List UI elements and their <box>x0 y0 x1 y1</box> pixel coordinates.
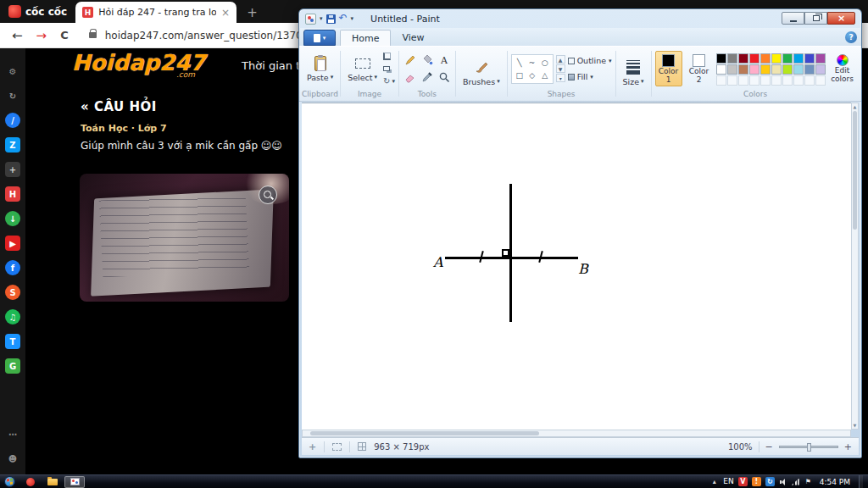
palette-swatch-empty[interactable] <box>793 75 804 86</box>
horizontal-scrollbar[interactable] <box>302 430 851 437</box>
tab-view[interactable]: View <box>391 30 435 46</box>
palette-swatch[interactable] <box>782 53 793 64</box>
fill-dropdown[interactable]: Fill ▾ <box>568 70 612 83</box>
downloads-icon[interactable]: ↓ <box>5 211 20 226</box>
palette-swatch[interactable] <box>771 64 782 75</box>
action-center-icon[interactable]: ⚑ <box>804 477 813 486</box>
hidden-icons-chevron[interactable]: ▴ <box>709 477 719 486</box>
start-button[interactable] <box>4 476 15 487</box>
network-icon[interactable] <box>792 479 799 485</box>
back-button[interactable]: ← <box>12 28 23 43</box>
unikey-icon[interactable]: V <box>738 477 748 486</box>
color2-button[interactable]: Color 2 <box>686 51 713 86</box>
palette-swatch-empty[interactable] <box>782 75 793 86</box>
save-icon[interactable] <box>326 14 336 24</box>
tab-close-icon[interactable]: × <box>221 7 230 19</box>
language-indicator[interactable]: EN <box>723 477 733 486</box>
resize-button[interactable] <box>383 64 395 74</box>
settings-gear-icon[interactable]: ⚙ <box>5 64 20 79</box>
text-tool[interactable]: A <box>437 53 452 68</box>
magnifier-tool[interactable] <box>437 69 452 85</box>
shape-item[interactable]: △ <box>539 69 551 81</box>
color-picker-tool[interactable] <box>420 69 435 85</box>
outline-dropdown[interactable]: Outline ▾ <box>568 54 612 67</box>
zoom-slider-thumb[interactable] <box>807 443 811 452</box>
paint-canvas[interactable]: A B <box>302 103 851 430</box>
shape-item[interactable]: ╲ <box>514 57 526 69</box>
crop-button[interactable] <box>383 52 395 61</box>
horizontal-scroll-thumb[interactable] <box>310 431 539 435</box>
paint-title-bar[interactable]: ▾ ↶ ▾ Untitled - Paint × <box>299 9 861 28</box>
taskbar-explorer-icon[interactable] <box>42 476 63 488</box>
taskbar-coccoc-icon[interactable] <box>20 476 41 488</box>
game-app-icon[interactable]: G <box>5 358 20 374</box>
select-button[interactable]: Select▾ <box>344 55 381 83</box>
zoom-in-button[interactable]: + <box>844 442 852 452</box>
sync-icon[interactable]: ↻ <box>5 88 20 103</box>
palette-swatch[interactable] <box>804 53 815 64</box>
paste-button[interactable]: Paste▾ <box>303 55 337 83</box>
show-desktop-button[interactable] <box>859 475 863 488</box>
close-button[interactable]: × <box>827 12 855 25</box>
taskbar-clock[interactable]: 4:54 PM <box>820 478 850 486</box>
qat-customize-caret-icon[interactable]: ▾ <box>351 15 354 22</box>
palette-swatch[interactable] <box>793 64 804 75</box>
palette-swatch[interactable] <box>727 64 737 75</box>
shape-item[interactable]: □ <box>514 69 526 81</box>
pencil-tool[interactable] <box>403 53 418 68</box>
youtube-icon[interactable]: ▶ <box>5 236 20 251</box>
brushes-button[interactable]: Brushes▾ <box>459 59 504 87</box>
browser-tab[interactable]: H Hỏi đáp 247 - trang tra loi × <box>75 2 236 23</box>
new-tab-button[interactable]: + <box>236 2 268 23</box>
palette-swatch[interactable] <box>815 53 826 64</box>
shapes-scroll-up-icon[interactable]: ▲ <box>556 55 565 64</box>
zoom-slider[interactable] <box>779 446 838 448</box>
palette-swatch-empty[interactable] <box>771 75 782 86</box>
taskbar-paint-icon[interactable] <box>64 476 85 488</box>
palette-swatch[interactable] <box>716 53 726 64</box>
palette-swatch-empty[interactable] <box>815 75 826 86</box>
shape-item[interactable]: ○ <box>539 57 551 69</box>
coccoc-menu-button[interactable]: cốc cốc <box>0 0 75 23</box>
file-menu-button[interactable]: ▾ <box>303 30 336 46</box>
paint-app-icon[interactable] <box>305 14 316 25</box>
spotify-icon[interactable]: ♫ <box>5 309 20 324</box>
size-button[interactable]: Size▾ <box>620 59 648 87</box>
shopee-icon[interactable]: S <box>5 285 20 300</box>
zalo-icon[interactable]: Z <box>5 137 20 152</box>
photo-zoom-icon[interactable] <box>259 186 277 204</box>
account-icon[interactable]: ☻ <box>5 451 20 466</box>
add-shortcut-icon[interactable]: + <box>5 162 20 177</box>
scroll-down-icon[interactable]: ▼ <box>852 422 858 429</box>
messenger-icon[interactable]: / <box>5 113 20 128</box>
minimize-button[interactable] <box>782 12 804 25</box>
tiki-icon[interactable]: T <box>5 334 20 349</box>
vertical-scroll-thumb[interactable] <box>853 111 857 230</box>
eraser-tool[interactable] <box>403 69 418 85</box>
zoom-out-button[interactable]: − <box>765 442 773 452</box>
shape-item[interactable]: ~ <box>526 57 538 69</box>
palette-swatch[interactable] <box>738 64 748 75</box>
volume-icon[interactable] <box>779 477 787 486</box>
more-apps-icon[interactable]: ⋯ <box>5 426 20 441</box>
facebook-icon[interactable]: f <box>5 260 20 275</box>
help-icon[interactable]: ? <box>845 31 857 43</box>
palette-swatch[interactable] <box>782 64 793 75</box>
question-photo[interactable] <box>80 174 289 302</box>
palette-swatch-empty[interactable] <box>716 75 726 86</box>
qat-menu-caret-icon[interactable]: ▾ <box>320 15 323 22</box>
palette-swatch[interactable] <box>749 53 760 64</box>
palette-swatch[interactable] <box>749 64 760 75</box>
update-tray-icon[interactable]: ↻ <box>765 477 775 486</box>
restore-button[interactable] <box>804 12 827 25</box>
palette-swatch[interactable] <box>738 53 748 64</box>
palette-swatch[interactable] <box>716 64 726 75</box>
palette-swatch-empty[interactable] <box>760 75 771 86</box>
palette-swatch-empty[interactable] <box>749 75 760 86</box>
palette-swatch-empty[interactable] <box>804 75 815 86</box>
palette-swatch[interactable] <box>804 64 815 75</box>
scroll-up-icon[interactable]: ▲ <box>852 103 858 110</box>
undo-icon[interactable]: ↶ <box>339 13 348 23</box>
palette-swatch-empty[interactable] <box>738 75 748 86</box>
palette-swatch[interactable] <box>771 53 782 64</box>
